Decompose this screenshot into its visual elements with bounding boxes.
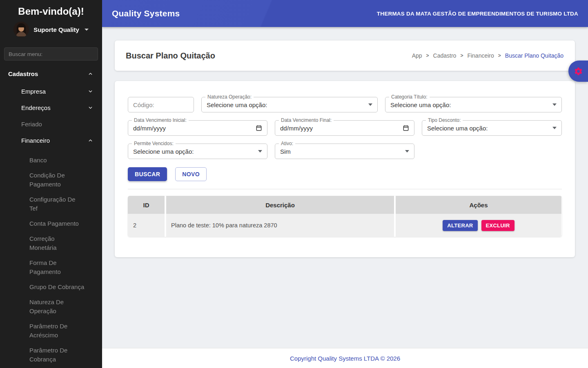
breadcrumb-item-app[interactable]: App [412, 52, 422, 59]
chevron-down-icon [85, 29, 89, 31]
ativo-select[interactable]: Ativo: Sim [275, 144, 414, 159]
avatar [13, 22, 29, 37]
chevron-down-icon [88, 89, 93, 94]
sidebar-item-configuracao-de-tef[interactable]: Configuração De Tef [0, 195, 94, 213]
field-value: dd/mm/yyyy [133, 125, 166, 132]
field-value: Selecione uma opção: [133, 148, 194, 155]
field-value: Selecione uma opção: [427, 125, 488, 132]
field-label: Data Vencimento Inicial: [132, 117, 189, 123]
sidebar-item-enderecos[interactable]: Endereços [0, 99, 102, 116]
sidebar-item-natureza-de-operacao[interactable]: Natureza De Operação [0, 298, 94, 316]
sidebar-item-forma-de-pagamento[interactable]: Forma De Pagamento [0, 258, 94, 276]
chevron-up-icon [88, 138, 93, 143]
field-label: Permite Vencidos: [132, 141, 176, 146]
field-label: Ativo: [279, 141, 295, 146]
chevron-down-icon [88, 105, 93, 110]
codigo-input[interactable] [128, 97, 194, 112]
chevron-down-icon [552, 103, 557, 106]
alterar-button[interactable]: ALTERAR [443, 220, 477, 231]
sidebar-item-conta-pagamento[interactable]: Conta Pagamento [0, 219, 94, 228]
footer-text: Copyright Quality Systems LTDA © 2026 [290, 355, 400, 362]
field-label: Categoria Título: [389, 94, 430, 100]
title-card: Buscar Plano Quitação App > Cadastro > F… [115, 40, 575, 71]
breadcrumb-item-cadastro[interactable]: Cadastro [433, 52, 457, 59]
field-label: Tipo Desconto: [426, 117, 463, 123]
page-title: Buscar Plano Quitação [126, 51, 215, 61]
field-label: Natureza Operação: [205, 94, 254, 100]
permite-vencidos-select[interactable]: Permite Vencidos: Selecione uma opção: [128, 144, 267, 159]
data-vencimento-final-input[interactable]: Data Vencimento Final: dd/mm/yyyy [275, 120, 414, 136]
chevron-right-icon: > [498, 53, 501, 58]
table-cell-acoes: ALTERAR EXCLUIR [396, 214, 561, 237]
sidebar-item-parametro-de-cobranca[interactable]: Parâmetro De Cobrança [0, 346, 94, 364]
breadcrumb-item-financeiro[interactable]: Financeiro [467, 52, 494, 59]
sidebar-item-feriado[interactable]: Feriado [0, 116, 102, 132]
user-menu[interactable]: Suporte Quality [0, 22, 102, 37]
divider [128, 189, 562, 189]
footer: Copyright Quality Systems LTDA © 2026 [102, 348, 588, 368]
gear-icon [574, 67, 583, 76]
breadcrumb-item-current: Buscar Plano Quitação [505, 52, 564, 59]
sidebar-item-label: Empresa [21, 88, 46, 95]
chevron-down-icon [552, 127, 557, 129]
settings-button[interactable] [568, 61, 588, 82]
excluir-button[interactable]: EXCLUIR [481, 220, 514, 231]
novo-button[interactable]: NOVO [175, 167, 207, 181]
table-cell-descricao: Plano de teste: 10% para natureza 2870 [165, 214, 396, 237]
app-title: Quality Systems [112, 9, 180, 18]
chevron-right-icon: > [426, 53, 429, 58]
welcome-heading: Bem-vindo(a)! [0, 6, 102, 17]
sidebar-item-cadastros[interactable]: Cadastros [0, 65, 102, 83]
field-value: Selecione uma opção: [390, 101, 451, 108]
chevron-down-icon [368, 103, 372, 106]
table-header-id: ID [128, 196, 165, 214]
table-header-acoes: Ações [396, 196, 561, 214]
sidebar-item-condicao-de-pagamento[interactable]: Condição De Pagamento [0, 171, 94, 189]
sidebar-item-financeiro[interactable]: Financeiro [0, 132, 102, 148]
financeiro-submenu: Banco Condição De Pagamento Configuração… [0, 156, 102, 368]
breadcrumb: App > Cadastro > Financeiro > Buscar Pla… [412, 52, 564, 59]
avatar-image [13, 22, 29, 37]
chevron-down-icon [405, 150, 409, 153]
sidebar-item-label: Feriado [21, 121, 42, 128]
main-content: Buscar Plano Quitação App > Cadastro > F… [102, 0, 588, 257]
natureza-operacao-select[interactable]: Natureza Operação: Selecione uma opção: [201, 97, 378, 112]
sidebar-item-grupo-de-cobranca[interactable]: Grupo De Cobrança [0, 283, 94, 292]
chevron-up-icon [88, 71, 93, 76]
results-table: ID Descrição Ações 2 Plano de teste: 10%… [128, 196, 562, 237]
table-header-descricao: Descrição [165, 196, 396, 214]
sidebar-item-label: Cadastros [8, 70, 38, 77]
sidebar-item-correcao-monetaria[interactable]: Correção Monetária [0, 234, 94, 252]
calendar-icon[interactable] [403, 125, 409, 131]
table-cell-id: 2 [128, 214, 165, 237]
field-value: Sim [280, 148, 291, 155]
sidebar-item-parametro-de-acrescimo[interactable]: Parâmetro De Acréscimo [0, 322, 94, 340]
sidebar-item-label: Endereços [21, 104, 51, 111]
sidebar: Bem-vindo(a)! Suporte Quality Cadastros … [0, 0, 102, 368]
chevron-right-icon: > [460, 53, 463, 58]
search-form-card: Natureza Operação: Selecione uma opção: … [115, 81, 575, 257]
field-label: Data Vencimento Final: [279, 117, 334, 123]
tipo-desconto-select[interactable]: Tipo Desconto: Selecione uma opção: [422, 120, 562, 136]
buscar-button[interactable]: BUSCAR [128, 167, 167, 181]
user-name: Suporte Quality [33, 26, 79, 33]
menu-search-input[interactable] [4, 47, 98, 61]
calendar-icon[interactable] [256, 125, 262, 131]
sidebar-item-banco[interactable]: Banco [0, 156, 94, 165]
sidebar-item-label: Financeiro [21, 137, 50, 144]
sidebar-item-empresa[interactable]: Empresa [0, 83, 102, 99]
data-vencimento-inicial-input[interactable]: Data Vencimento Inicial: dd/mm/yyyy [128, 120, 267, 136]
field-value: dd/mm/yyyy [280, 125, 313, 132]
topbar: Quality Systems THERMAS DA MATA GESTÃO D… [102, 0, 588, 27]
categoria-titulo-select[interactable]: Categoria Título: Selecione uma opção: [385, 97, 562, 112]
company-name: THERMAS DA MATA GESTÃO DE EMPREENDIMENTO… [377, 11, 578, 17]
chevron-down-icon [258, 150, 262, 153]
field-value: Selecione uma opção: [207, 101, 267, 108]
